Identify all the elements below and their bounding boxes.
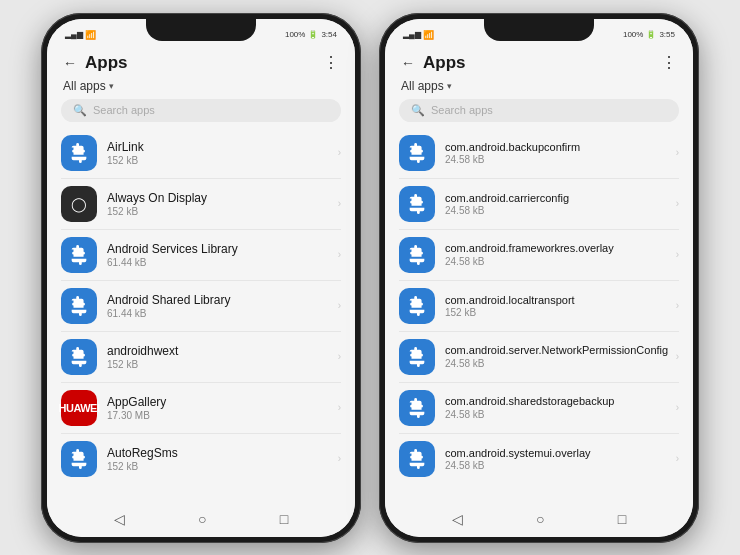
chevron-systemuioverlay: › [676, 453, 679, 464]
app-info-carrierconfig: com.android.carrierconfig 24.58 kB [445, 192, 672, 216]
chevron-autoregsms: › [338, 453, 341, 464]
signal-icon-left: ▂▄▆ [65, 30, 83, 39]
app-name-networkperm: com.android.server.NetworkPermissionConf… [445, 344, 672, 357]
app-icon-backupconfirm [399, 135, 435, 171]
app-info-asharedlib: Android Shared Library 61.44 kB [107, 293, 334, 319]
battery-text-left: 100% [285, 30, 305, 39]
app-name-airlink: AirLink [107, 140, 334, 154]
app-name-localtransport: com.android.localtransport [445, 294, 672, 306]
filter-button-right[interactable]: All apps ▾ [401, 79, 452, 93]
app-size-backupconfirm: 24.58 kB [445, 154, 672, 165]
app-item-carrierconfig[interactable]: com.android.carrierconfig 24.58 kB › [399, 179, 679, 230]
back-nav-left[interactable]: ◁ [114, 511, 125, 527]
app-icon-androidhwext [61, 339, 97, 375]
chevron-asharedlib: › [338, 300, 341, 311]
app-size-appgallery: 17.30 MB [107, 410, 334, 421]
notch-right [484, 19, 594, 41]
home-nav-right[interactable]: ○ [536, 511, 544, 527]
back-button-right[interactable]: ← [401, 55, 415, 71]
header-left-right: ← Apps [401, 53, 466, 73]
app-size-airlink: 152 kB [107, 155, 334, 166]
app-icon-frameworkres [399, 237, 435, 273]
search-placeholder-left: Search apps [93, 104, 155, 116]
app-header-left: ← Apps ⋮ [47, 47, 355, 77]
phone-right: ▂▄▆ 📶 100% 🔋 3:55 ← Apps ⋮ All apps ▾ [379, 13, 699, 543]
app-icon-asharedlib [61, 288, 97, 324]
app-icon-autoregsms [61, 441, 97, 477]
notch-left [146, 19, 256, 41]
app-info-frameworkres: com.android.frameworkres.overlay 24.58 k… [445, 242, 672, 267]
search-icon-right: 🔍 [411, 104, 425, 117]
chevron-aod: › [338, 198, 341, 209]
wifi-icon-left: 📶 [85, 30, 96, 40]
app-item-asharedlib[interactable]: Android Shared Library 61.44 kB › [61, 281, 341, 332]
status-right-right: 100% 🔋 3:55 [623, 30, 675, 39]
app-item-systemuioverlay[interactable]: com.android.systemui.overlay 24.58 kB › [399, 434, 679, 484]
recent-nav-right[interactable]: □ [618, 511, 626, 527]
search-bar-right[interactable]: 🔍 Search apps [399, 99, 679, 122]
status-bar-left: ▂▄▆ 📶 100% 🔋 3:54 [47, 19, 355, 47]
app-item-networkperm[interactable]: com.android.server.NetworkPermissionConf… [399, 332, 679, 383]
status-right-left: 100% 🔋 3:54 [285, 30, 337, 39]
app-size-autoregsms: 152 kB [107, 461, 334, 472]
status-bar-right: ▂▄▆ 📶 100% 🔋 3:55 [385, 19, 693, 47]
chevron-localtransport: › [676, 300, 679, 311]
app-icon-systemuioverlay [399, 441, 435, 477]
time-left: 3:54 [321, 30, 337, 39]
filter-chevron-left: ▾ [109, 81, 114, 91]
app-icon-sharedstoragebackup [399, 390, 435, 426]
app-item-appgallery[interactable]: HUAWEI AppGallery 17.30 MB › [61, 383, 341, 434]
app-item-backupconfirm[interactable]: com.android.backupconfirm 24.58 kB › [399, 128, 679, 179]
app-icon-appgallery: HUAWEI [61, 390, 97, 426]
chevron-networkperm: › [676, 351, 679, 362]
app-info-backupconfirm: com.android.backupconfirm 24.58 kB [445, 141, 672, 165]
app-item-frameworkres[interactable]: com.android.frameworkres.overlay 24.58 k… [399, 230, 679, 281]
more-button-right[interactable]: ⋮ [661, 53, 677, 72]
app-icon-carrierconfig [399, 186, 435, 222]
app-size-sharedstoragebackup: 24.58 kB [445, 409, 672, 420]
app-name-asharedlib: Android Shared Library [107, 293, 334, 307]
app-item-sharedstoragebackup[interactable]: com.android.sharedstoragebackup 24.58 kB… [399, 383, 679, 434]
app-list-left: AirLink 152 kB › ◯ Always On Display 152… [47, 128, 355, 501]
more-button-left[interactable]: ⋮ [323, 53, 339, 72]
app-name-carrierconfig: com.android.carrierconfig [445, 192, 672, 204]
filter-button-left[interactable]: All apps ▾ [63, 79, 114, 93]
back-nav-right[interactable]: ◁ [452, 511, 463, 527]
app-name-backupconfirm: com.android.backupconfirm [445, 141, 672, 153]
filter-row-left: All apps ▾ [47, 77, 355, 99]
app-icon-asl [61, 237, 97, 273]
signal-icon-right: ▂▄▆ [403, 30, 421, 39]
app-size-localtransport: 152 kB [445, 307, 672, 318]
app-icon-aod: ◯ [61, 186, 97, 222]
app-name-systemuioverlay: com.android.systemui.overlay [445, 447, 672, 459]
header-left-left: ← Apps [63, 53, 128, 73]
app-name-androidhwext: androidhwext [107, 344, 334, 358]
app-name-autoregsms: AutoRegSms [107, 446, 334, 460]
app-list-right: com.android.backupconfirm 24.58 kB › com… [385, 128, 693, 501]
search-bar-left[interactable]: 🔍 Search apps [61, 99, 341, 122]
wifi-icon-right: 📶 [423, 30, 434, 40]
app-item-aod[interactable]: ◯ Always On Display 152 kB › [61, 179, 341, 230]
app-info-autoregsms: AutoRegSms 152 kB [107, 446, 334, 472]
app-header-right: ← Apps ⋮ [385, 47, 693, 77]
app-name-sharedstoragebackup: com.android.sharedstoragebackup [445, 395, 672, 408]
app-size-androidhwext: 152 kB [107, 359, 334, 370]
back-button-left[interactable]: ← [63, 55, 77, 71]
time-right: 3:55 [659, 30, 675, 39]
home-nav-left[interactable]: ○ [198, 511, 206, 527]
search-placeholder-right: Search apps [431, 104, 493, 116]
app-item-localtransport[interactable]: com.android.localtransport 152 kB › [399, 281, 679, 332]
app-info-systemuioverlay: com.android.systemui.overlay 24.58 kB [445, 447, 672, 471]
page-title-left: Apps [85, 53, 128, 73]
app-name-frameworkres: com.android.frameworkres.overlay [445, 242, 672, 255]
chevron-carrierconfig: › [676, 198, 679, 209]
app-item-asl[interactable]: Android Services Library 61.44 kB › [61, 230, 341, 281]
chevron-appgallery: › [338, 402, 341, 413]
recent-nav-left[interactable]: □ [280, 511, 288, 527]
app-info-asl: Android Services Library 61.44 kB [107, 242, 334, 268]
app-item-androidhwext[interactable]: androidhwext 152 kB › [61, 332, 341, 383]
app-info-aod: Always On Display 152 kB [107, 191, 334, 217]
app-item-autoregsms[interactable]: AutoRegSms 152 kB › [61, 434, 341, 484]
app-icon-airlink [61, 135, 97, 171]
app-item-airlink[interactable]: AirLink 152 kB › [61, 128, 341, 179]
